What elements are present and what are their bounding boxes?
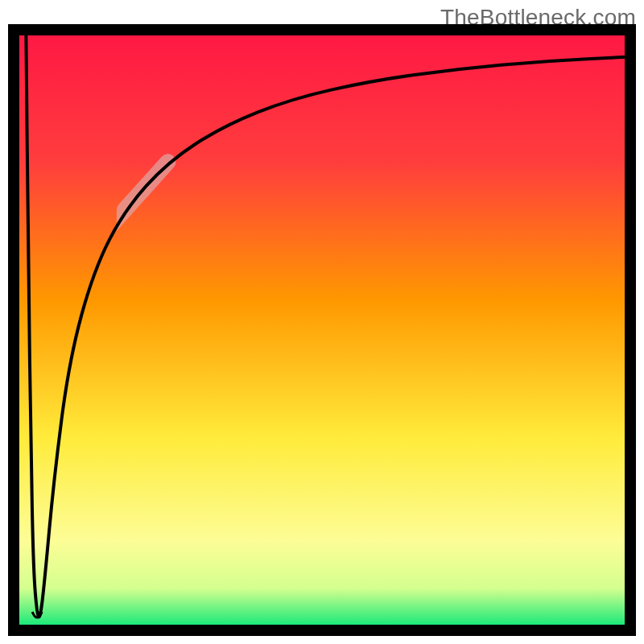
plot-background <box>14 30 630 630</box>
chart-container: TheBottleneck.com <box>0 0 644 644</box>
bottleneck-chart <box>8 24 636 636</box>
